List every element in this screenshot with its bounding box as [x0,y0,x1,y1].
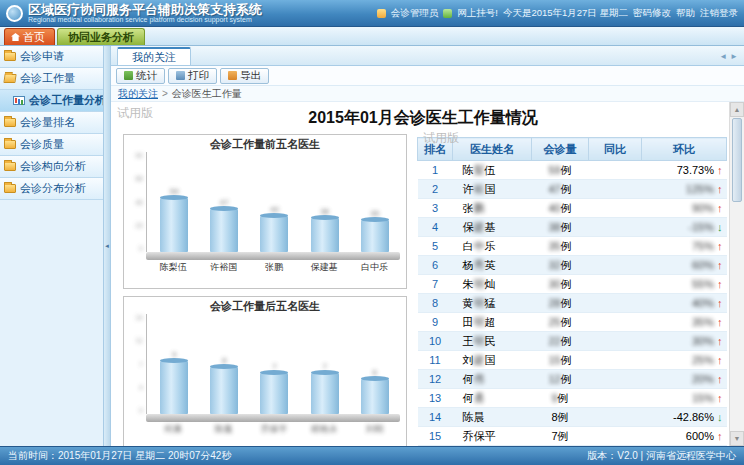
trend-up-icon: ↑ [717,202,723,214]
sidebar-item-label: 会诊质量 [20,137,64,152]
sidebar-item[interactable]: 会诊量排名 [0,112,103,134]
col-mom: 环比 [642,138,727,161]
masked-text: 明 [474,316,485,328]
mom-value: -42.86% [673,411,714,423]
y-axis: 1411740 [128,314,144,414]
table-row[interactable]: 16程艳永7例250%↑ [418,446,727,447]
doctor-workload-table: 排名 医生姓名 会诊量 同比 环比 1陈梨伍59例73.73%↑2许裕国47例1… [417,137,727,446]
folder-icon [3,74,16,83]
table-row[interactable]: 15乔保平7例600%↑ [418,427,727,446]
cases-cell: 25例 [532,313,589,332]
sidebar-item[interactable]: 会诊构向分析 [0,156,103,178]
cases-cell: 30例 [532,275,589,294]
sidebar: 会诊申请会诊工作量会诊工作量分析会诊量排名会诊质量会诊构向分析会诊分布分析 [0,46,104,446]
version-info: 版本：V2.0 | 河南省远程医学中心 [587,449,736,463]
y-axis-tick: 68 [135,175,143,182]
table-row[interactable]: 9田明超25例35%↑ [418,313,727,332]
table-row[interactable]: 14陈晨8例-42.86%↓ [418,408,727,427]
cases-cell: 28例 [532,294,589,313]
table-row[interactable]: 10王明民22例30%↑ [418,332,727,351]
nav-tab-home[interactable]: 首页 [4,28,55,45]
nav-tab-analysis[interactable]: 协同业务分析 [57,28,145,45]
app-window: 区域医疗协同服务平台辅助决策支持系统 Regional medical coll… [0,0,744,465]
help-link[interactable]: 帮助 [676,7,695,20]
logout-link[interactable]: 注销登录 [700,7,738,20]
cases-value: 8 [551,411,557,423]
scrollbar-thumb[interactable] [732,118,742,202]
cases-value: 38 [548,221,560,233]
mom-value: 600% [686,430,714,442]
mom-cell: 60%↑ [642,256,727,275]
bar-category-label: 刘明 [352,423,398,436]
y-axis-tick: 23 [135,222,143,229]
table-row[interactable]: 1陈梨伍59例73.73%↑ [418,161,727,180]
print-button[interactable]: 打印 [168,68,217,84]
mom-value: 75% [692,240,714,252]
table-row[interactable]: 7朱明灿30例55%↑ [418,275,727,294]
stats-button[interactable]: 统计 [116,68,165,84]
scroll-up-icon[interactable]: ▲ [730,102,744,117]
table-row[interactable]: 13何勇9例15%↑ [418,389,727,408]
table-row[interactable]: 5白中乐35例75%↑ [418,237,727,256]
tab-my-follow[interactable]: 我的关注 [117,47,191,65]
sidebar-item[interactable]: 会诊工作量 [0,68,103,90]
doctor-name-cell: 杨秀英 [453,256,532,275]
yoy-cell [589,199,642,218]
tab-scroll-left-icon[interactable]: ◄ [719,52,727,61]
ranking-table-container: 排名 医生姓名 会诊量 同比 环比 1陈梨伍59例73.73%↑2许裕国47例1… [417,134,727,446]
yoy-cell [589,408,642,427]
breadcrumb: 我的关注 > 会诊医生工作量 [111,86,744,102]
export-button[interactable]: 导出 [220,68,269,84]
table-row[interactable]: 3张鹏40例90%↑ [418,199,727,218]
doctor-name-cell: 陈晨 [453,408,532,427]
trend-down-icon: ↓ [717,411,723,423]
doctor-name-cell: 许裕国 [453,180,532,199]
mom-value: 40% [692,297,714,309]
table-row[interactable]: 2许裕国47例125%↑ [418,180,727,199]
sidebar-item-label: 会诊工作量 [20,71,75,86]
cases-cell: 7例 [532,446,589,447]
sidebar-item[interactable]: 会诊申请 [0,46,103,68]
table-row[interactable]: 6杨秀英32例60%↑ [418,256,727,275]
folder-icon [4,52,16,61]
scroll-down-icon[interactable]: ▼ [730,431,744,446]
mom-value: 25% [692,354,714,366]
rank-cell: 7 [418,275,453,294]
mom-cell: -42.86%↓ [642,408,727,427]
table-row[interactable]: 8黄明猛28例40%↑ [418,294,727,313]
mom-value: 55% [692,278,714,290]
change-password-link[interactable]: 密码修改 [633,7,671,20]
col-cases: 会诊量 [532,138,589,161]
bar-category-label: 陈晨 [201,423,247,436]
table-row[interactable]: 11刘建国15例25%↑ [418,351,727,370]
folder-icon [4,184,16,193]
charts-column: 会诊工作量前五名医生 906845230 5947403835 陈梨伍许裕国张鹏… [119,134,407,446]
masked-text: 鹏 [474,202,485,214]
mom-cell: 15%↑ [642,389,727,408]
bar-group: 40 [251,205,297,252]
tab-scroll-right-icon[interactable]: ► [730,52,738,61]
breadcrumb-my-follow[interactable]: 我的关注 [118,87,158,101]
content-scrollbar[interactable]: ▲ ▼ [729,102,744,446]
cases-value: 35 [548,240,560,252]
sidebar-item[interactable]: 会诊工作量分析 [0,90,103,112]
table-row[interactable]: 12何伟12例20%↑ [418,370,727,389]
col-doctor-name: 医生姓名 [453,138,532,161]
folder-icon [4,118,16,127]
bar-category-label: 许裕国 [201,261,247,274]
table-row[interactable]: 4保建基38例-15%↓ [418,218,727,237]
sidebar-item[interactable]: 会诊质量 [0,134,103,156]
sidebar-collapse-handle[interactable]: ◄ [104,46,111,446]
sidebar-item[interactable]: 会诊分布分析 [0,178,103,200]
rank-cell: 8 [418,294,453,313]
mom-value: 73.73% [677,164,714,176]
current-date-label: 今天是2015年1月27日 星期二 [503,7,628,20]
mom-cell: 600%↑ [642,427,727,446]
trend-up-icon: ↑ [717,373,723,385]
bar-category-label: 白中乐 [352,261,398,274]
chart-base [146,252,400,260]
online-register-link[interactable]: 网上挂号! [457,7,498,20]
mom-value: 60% [692,259,714,271]
col-yoy: 同比 [589,138,642,161]
trend-up-icon: ↑ [717,164,723,176]
